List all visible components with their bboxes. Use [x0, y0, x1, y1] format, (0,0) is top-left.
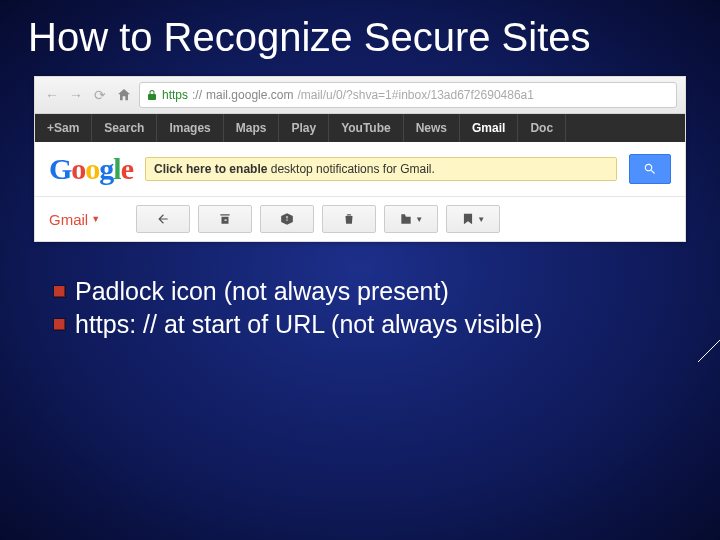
- tag-icon: [461, 212, 475, 226]
- notification-banner[interactable]: Click here to enable desktop notificatio…: [145, 157, 617, 181]
- toolbar-row: Gmail ▼ ▼ ▼: [35, 197, 685, 241]
- gbar-item-maps[interactable]: Maps: [224, 114, 280, 142]
- search-icon: [643, 162, 657, 176]
- slide-title: How to Recognize Secure Sites: [0, 0, 720, 70]
- move-button[interactable]: ▼: [384, 205, 438, 233]
- lock-icon: [146, 89, 158, 101]
- chevron-down-icon: ▼: [415, 215, 423, 224]
- google-logo: Google: [49, 152, 133, 186]
- google-top-bar: +SamSearchImagesMapsPlayYouTubeNewsGmail…: [35, 114, 685, 142]
- chevron-down-icon: ▼: [91, 214, 100, 224]
- spam-icon: [280, 212, 294, 226]
- url-scheme: https: [162, 88, 188, 102]
- delete-button[interactable]: [322, 205, 376, 233]
- gbar-item-youtube[interactable]: YouTube: [329, 114, 404, 142]
- gbar-item-play[interactable]: Play: [279, 114, 329, 142]
- browser-nav-bar: ← → ⟳ https://mail.google.com/mail/u/0/?…: [35, 77, 685, 114]
- gmail-label[interactable]: Gmail ▼: [49, 211, 100, 228]
- spam-button[interactable]: [260, 205, 314, 233]
- bullet-item: https: // at start of URL (not always vi…: [54, 309, 672, 340]
- bullet-marker: [54, 286, 65, 297]
- gbar-item-search[interactable]: Search: [92, 114, 157, 142]
- url-separator: ://: [192, 88, 202, 102]
- gbar-item-doc[interactable]: Doc: [518, 114, 566, 142]
- bullet-text: https: // at start of URL (not always vi…: [75, 309, 542, 340]
- gbar-item-news[interactable]: News: [404, 114, 460, 142]
- gbar-item-sam[interactable]: +Sam: [35, 114, 92, 142]
- bullet-marker: [54, 319, 65, 330]
- folder-icon: [399, 212, 413, 226]
- forward-icon[interactable]: →: [67, 86, 85, 104]
- archive-icon: [218, 212, 232, 226]
- bullet-item: Padlock icon (not always present): [54, 276, 672, 307]
- gbar-item-images[interactable]: Images: [157, 114, 223, 142]
- trash-icon: [342, 212, 356, 226]
- back-to-inbox-button[interactable]: [136, 205, 190, 233]
- address-bar[interactable]: https://mail.google.com/mail/u/0/?shva=1…: [139, 82, 677, 108]
- gbar-item-gmail[interactable]: Gmail: [460, 114, 518, 142]
- reload-icon[interactable]: ⟳: [91, 86, 109, 104]
- archive-button[interactable]: [198, 205, 252, 233]
- bullet-text: Padlock icon (not always present): [75, 276, 449, 307]
- search-button[interactable]: [629, 154, 671, 184]
- url-host: mail.google.com: [206, 88, 293, 102]
- arrow-left-icon: [156, 212, 170, 226]
- chevron-down-icon: ▼: [477, 215, 485, 224]
- bullet-list: Padlock icon (not always present)https: …: [54, 276, 672, 341]
- url-path: /mail/u/0/?shva=1#inbox/13ad67f2690486a1: [297, 88, 534, 102]
- browser-screenshot: ← → ⟳ https://mail.google.com/mail/u/0/?…: [34, 76, 686, 242]
- labels-button[interactable]: ▼: [446, 205, 500, 233]
- back-icon[interactable]: ←: [43, 86, 61, 104]
- home-icon[interactable]: [115, 86, 133, 104]
- header-row: Google Click here to enable desktop noti…: [35, 142, 685, 197]
- svg-line-0: [698, 340, 720, 362]
